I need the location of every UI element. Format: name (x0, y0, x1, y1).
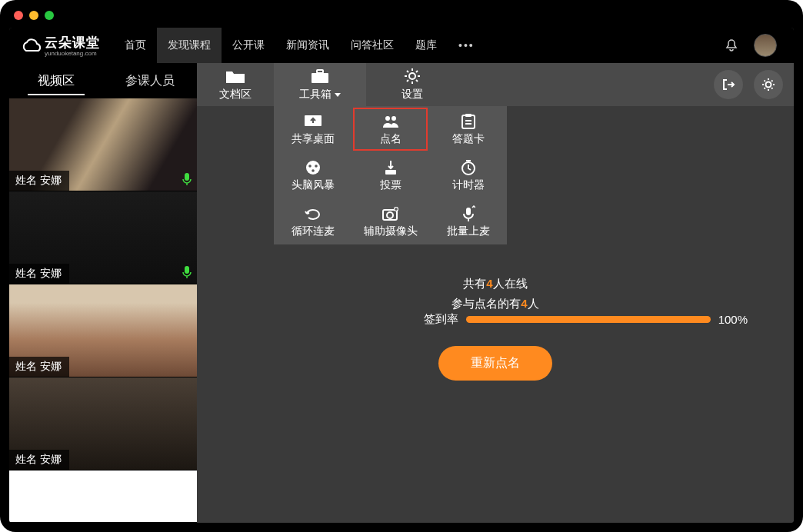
gear-icon (404, 68, 421, 85)
dd-label: 头脑风暴 (292, 178, 335, 192)
svg-point-14 (312, 169, 315, 172)
toolbox-dropdown: 共享桌面 点名 答题卡 头脑风暴 (274, 106, 507, 244)
status-text: 人在线 (493, 277, 528, 290)
bell-icon[interactable] (725, 38, 738, 52)
briefcase-icon (310, 68, 330, 85)
nav-open-class[interactable]: 公开课 (222, 28, 275, 63)
mic-icon[interactable] (182, 172, 192, 186)
dd-answer-card[interactable]: 答题卡 (429, 106, 507, 152)
rollcall-status: 共有4人在线 参与点名的有4人 (197, 274, 794, 313)
chevron-down-icon (335, 93, 341, 97)
status-text: 参与点名的有 (451, 297, 521, 310)
rate-percent: 100% (718, 313, 748, 326)
svg-point-8 (392, 116, 396, 121)
dd-label: 批量上麦 (447, 224, 490, 238)
video-tile[interactable]: 姓名 安娜 (9, 191, 197, 284)
main-area: 文档区 工具箱 设置 (197, 63, 794, 523)
svg-rect-2 (312, 73, 328, 83)
dd-label: 计时器 (452, 178, 485, 192)
dd-batch-mic[interactable]: 批量上麦 (429, 198, 507, 244)
tab-attendees[interactable]: 参课人员 (103, 73, 197, 89)
loop-icon (304, 205, 322, 222)
clock-icon (460, 159, 477, 176)
video-thumbnail (9, 470, 197, 522)
progress-bar (466, 316, 711, 323)
vote-icon (383, 159, 398, 176)
svg-point-12 (308, 165, 312, 168)
brand-name: 云朵课堂 (45, 34, 100, 52)
participant-name: 姓名 安娜 (9, 357, 69, 377)
dd-roll-call[interactable]: 点名 (352, 106, 429, 152)
status-text: 共有 (463, 277, 486, 290)
gear-icon (761, 77, 776, 92)
minimize-window[interactable] (29, 11, 38, 20)
dd-label: 答题卡 (452, 132, 485, 146)
participant-name: 姓名 安娜 (9, 450, 69, 470)
dd-vote[interactable]: 投票 (352, 152, 429, 198)
dd-loop-mic[interactable]: 循环连麦 (274, 198, 352, 244)
participant-name: 姓名 安娜 (9, 171, 69, 191)
people-icon (382, 113, 400, 130)
dd-timer[interactable]: 计时器 (429, 152, 507, 198)
main-toolbar: 文档区 工具箱 设置 (197, 63, 794, 106)
dd-label: 投票 (380, 178, 402, 192)
avatar[interactable] (754, 34, 777, 57)
mic-up-icon (461, 205, 475, 222)
sidebar-tabs: 视频区 参课人员 (9, 63, 197, 98)
brand-logo[interactable]: 云朵课堂 yunduoketang.com (9, 34, 114, 57)
card-icon (461, 113, 476, 130)
app-shell: 云朵课堂 yunduoketang.com 首页 发现课程 公开课 新闻资讯 问… (9, 28, 794, 523)
video-tile[interactable]: 姓名 安娜 (9, 284, 197, 377)
svg-point-11 (306, 161, 320, 175)
dd-label: 循环连麦 (292, 224, 335, 238)
toolbar-right (714, 63, 794, 106)
tool-label: 设置 (402, 88, 423, 101)
video-tile[interactable]: 姓名 安娜 (9, 377, 197, 470)
rollcall-count: 4 (521, 297, 527, 310)
svg-rect-0 (185, 173, 189, 181)
status-text: 人 (528, 297, 539, 310)
tool-docs[interactable]: 文档区 (197, 63, 274, 106)
tab-video[interactable]: 视频区 (9, 73, 103, 89)
svg-point-13 (315, 165, 318, 168)
video-list: 姓名 安娜 姓名 安娜 姓名 安娜 姓名 安娜 (9, 98, 197, 523)
dd-aux-camera[interactable]: 辅助摄像头 (352, 198, 429, 244)
topbar-right (725, 34, 794, 57)
svg-rect-15 (385, 170, 396, 175)
retry-rollcall-button[interactable]: 重新点名 (438, 346, 552, 381)
nav-more[interactable]: ••• (448, 28, 485, 63)
nav-news[interactable]: 新闻资讯 (275, 28, 340, 63)
exit-icon (721, 77, 736, 92)
topbar: 云朵课堂 yunduoketang.com 首页 发现课程 公开课 新闻资讯 问… (9, 28, 794, 63)
svg-point-18 (387, 212, 393, 218)
maximize-window[interactable] (45, 11, 54, 20)
mic-icon[interactable] (182, 265, 192, 279)
cloud-icon (20, 37, 42, 54)
online-count: 4 (486, 277, 492, 290)
top-nav: 首页 发现课程 公开课 新闻资讯 问答社区 题库 ••• (114, 28, 485, 63)
tool-label: 文档区 (219, 88, 252, 101)
app-body: 视频区 参课人员 姓名 安娜 姓名 安娜 (9, 63, 794, 523)
nav-question-bank[interactable]: 题库 (405, 28, 448, 63)
close-window[interactable] (14, 11, 23, 20)
signin-rate-row: 签到率 100% (424, 312, 748, 327)
dd-brainstorm[interactable]: 头脑风暴 (274, 152, 352, 198)
nav-home[interactable]: 首页 (114, 28, 157, 63)
dd-share-desktop[interactable]: 共享桌面 (274, 106, 352, 152)
nav-discover[interactable]: 发现课程 (157, 28, 222, 63)
nav-qa[interactable]: 问答社区 (340, 28, 405, 63)
dd-label: 点名 (380, 132, 402, 146)
rate-label: 签到率 (424, 312, 458, 327)
brand-sub: yunduoketang.com (45, 50, 100, 57)
settings-button[interactable] (754, 70, 783, 99)
tool-label: 工具箱 (299, 88, 332, 100)
participant-name: 姓名 安娜 (9, 264, 69, 284)
exit-button[interactable] (714, 70, 743, 99)
video-tile[interactable]: 姓名 安娜 (9, 98, 197, 191)
tool-toolbox[interactable]: 工具箱 (274, 63, 366, 106)
camera-plus-icon (382, 205, 400, 222)
svg-rect-1 (185, 266, 189, 274)
svg-rect-10 (465, 114, 471, 117)
film-icon (305, 159, 322, 176)
tool-settings[interactable]: 设置 (366, 63, 458, 106)
